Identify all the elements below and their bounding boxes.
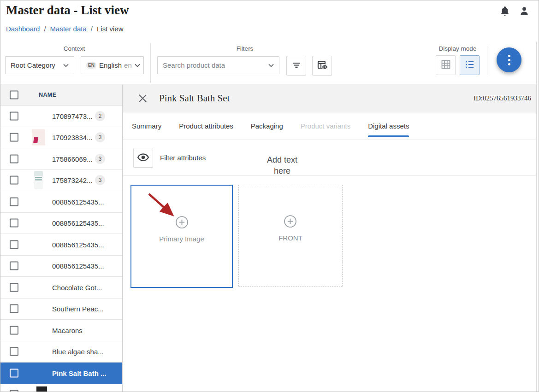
tab-product-attributes[interactable]: Product attributes (179, 112, 233, 140)
row-label: 008856125435... (52, 240, 104, 248)
row-label: Pink Salt Bath ... (52, 369, 107, 377)
annotation-add-text-here: Add text here (259, 154, 305, 176)
table-row[interactable]: Pink Salt Bath ... (0, 363, 122, 384)
close-icon[interactable] (137, 93, 148, 104)
app-window: Master data - List view Dashboard/Master… (0, 0, 539, 392)
row-label: 008856125435... (52, 262, 104, 270)
table-row[interactable]: Southern Peac... (0, 298, 122, 320)
table-row[interactable]: Chocolate Got... (0, 277, 122, 298)
tab-label: Summary (132, 122, 161, 130)
row-checkbox[interactable] (10, 262, 18, 270)
row-checkbox[interactable] (10, 197, 18, 206)
select-all-checkbox[interactable] (10, 90, 18, 99)
search-placeholder: Search product data (163, 61, 225, 69)
table-row[interactable]: Macarons (0, 320, 122, 341)
table-body: 170897473... 2 170923834... 3 175866069.… (0, 105, 122, 392)
product-thumbnail (34, 171, 43, 189)
row-label: 175866069... (52, 155, 93, 163)
asset-card-primary-image[interactable]: Primary Image (130, 185, 233, 288)
table-row[interactable]: 008856125435... (0, 234, 122, 256)
breadcrumb-item-dashboard[interactable]: Dashboard (6, 25, 40, 33)
product-detail-panel: Pink Salt Bath Set ID:02576561933746 Sum… (123, 84, 536, 392)
row-checkbox[interactable] (10, 133, 18, 142)
row-checkbox[interactable] (10, 154, 18, 163)
list-view-icon (464, 59, 475, 71)
variant-count-badge: 2 (95, 111, 105, 121)
variant-count-badge: 3 (95, 132, 105, 142)
tab-label: Digital assets (368, 122, 409, 130)
language-code: en (124, 61, 132, 69)
breadcrumb-separator: / (44, 25, 46, 33)
tab-bar: Summary Product attributes Packaging Pro… (123, 112, 536, 140)
row-label: 175873242... (52, 176, 93, 184)
row-checkbox[interactable] (10, 369, 18, 377)
add-image-plus-icon (175, 216, 189, 231)
category-selector-value: Root Category (11, 61, 55, 69)
breadcrumb: Dashboard/Master data/List view (6, 25, 123, 33)
row-checkbox[interactable] (10, 326, 18, 334)
table-row[interactable]: 170897473... 2 (0, 105, 122, 127)
table-row[interactable]: 175873242... 3 (0, 170, 122, 192)
tab-digital-assets[interactable]: Digital assets (368, 112, 409, 140)
product-id: ID:02576561933746 (474, 94, 531, 102)
table-header-row: NAME (0, 84, 122, 105)
product-title: Pink Salt Bath Set (159, 93, 230, 104)
asset-card-front[interactable]: FRONT (238, 185, 343, 287)
row-checkbox[interactable] (10, 176, 18, 185)
context-label: Context (5, 45, 143, 52)
row-label: Chocolate Got... (52, 283, 102, 291)
app-header: Master data - List view Dashboard/Master… (0, 0, 539, 42)
column-settings-button[interactable] (312, 56, 332, 76)
detail-header: Pink Salt Bath Set ID:02576561933746 (123, 84, 536, 112)
display-mode-label: Display mode (436, 45, 480, 52)
row-checkbox[interactable] (10, 111, 18, 120)
row-label: 008856125435... (52, 219, 104, 227)
row-label: Blue algae sha... (52, 348, 104, 356)
row-checkbox[interactable] (10, 390, 18, 392)
table-row[interactable]: Blue algae sha... (0, 341, 122, 363)
language-name: English (99, 61, 122, 69)
language-badge: EN (86, 62, 96, 69)
table-row[interactable]: 175866069... 3 (0, 148, 122, 170)
row-checkbox[interactable] (10, 240, 18, 249)
filter-button[interactable] (286, 56, 306, 76)
tab-summary[interactable]: Summary (132, 112, 161, 140)
row-checkbox[interactable] (10, 347, 18, 356)
user-account-icon[interactable] (518, 5, 530, 17)
grid-view-button[interactable] (436, 55, 456, 75)
row-label: 170923834... (52, 134, 93, 141)
language-selector[interactable]: EN English en (81, 56, 144, 74)
chevron-down-icon (63, 64, 69, 67)
content-area: NAME 170897473... 2 170923834... 3 17586… (0, 84, 539, 392)
table-row[interactable]: 008856125435... (0, 191, 122, 213)
tab-label: Product attributes (179, 122, 233, 130)
table-row[interactable]: 008856125435... (0, 256, 122, 277)
tab-label: Product variants (301, 122, 350, 130)
show-attributes-button[interactable] (133, 148, 153, 168)
chevron-down-icon (135, 64, 140, 67)
tab-packaging[interactable]: Packaging (251, 112, 283, 140)
row-checkbox[interactable] (10, 219, 18, 228)
notifications-bell-icon[interactable] (499, 5, 511, 17)
variant-count-badge: 3 (95, 154, 105, 164)
variant-count-badge: 3 (95, 175, 105, 185)
table-row[interactable] (0, 384, 122, 392)
toolbar-divider (150, 43, 151, 83)
kebab-menu-icon (508, 55, 510, 65)
breadcrumb-item-list-view: List view (97, 25, 124, 33)
row-label: Southern Peac... (52, 305, 104, 313)
breadcrumb-separator: / (91, 25, 93, 33)
table-row[interactable]: 008856125435... (0, 213, 122, 234)
row-label: Macarons (52, 326, 83, 334)
actions-fab-button[interactable] (497, 47, 521, 72)
asset-label: Primary Image (159, 235, 204, 243)
row-checkbox[interactable] (10, 283, 18, 292)
tab-product-variants: Product variants (301, 112, 350, 140)
list-view-button[interactable] (460, 55, 480, 75)
filter-attributes-label: Filter attributes (160, 154, 206, 162)
category-selector[interactable]: Root Category (5, 56, 74, 74)
search-product-dropdown[interactable]: Search product data (157, 56, 279, 74)
table-row[interactable]: 170923834... 3 (0, 127, 122, 149)
row-checkbox[interactable] (10, 304, 18, 313)
breadcrumb-item-master-data[interactable]: Master data (50, 25, 87, 33)
